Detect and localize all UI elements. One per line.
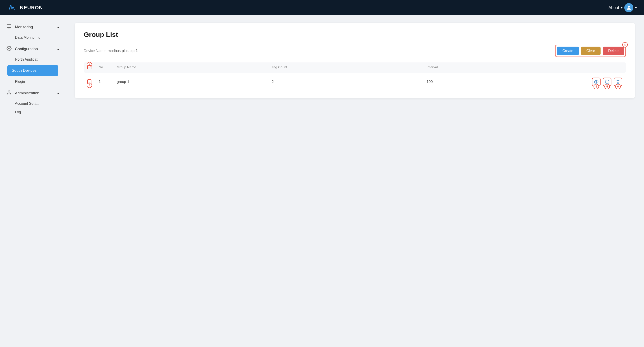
main-content: Group List Device Name modbus-plus-tcp-1… (66, 16, 644, 347)
svg-point-3 (8, 48, 10, 49)
page-title: Group List (84, 31, 626, 38)
annotation-badge-4: 4 (594, 84, 599, 89)
monitoring-caret-icon: ∧ (57, 25, 59, 29)
header-checkbox-cell: 2 (87, 65, 99, 70)
configuration-caret-icon: ∧ (57, 47, 59, 51)
row-1-interval: 100 (426, 80, 582, 84)
configuration-icon (6, 46, 12, 52)
row-1-no: 1 (99, 80, 117, 84)
sidebar-section-administration: Administration ∧ Account Setti... Log (0, 87, 66, 116)
sidebar-item-administration[interactable]: Administration ∧ (0, 87, 66, 99)
sidebar-item-south-devices[interactable]: South Devices (7, 65, 58, 76)
sidebar-item-south-devices-wrapper: South Devices (0, 64, 66, 77)
table-row: 3 1 group-1 2 100 4 (84, 74, 626, 90)
layout: Monitoring ∧ Data Monitoring Configurati… (0, 16, 644, 347)
device-name-label: Device Name (84, 49, 106, 53)
clear-button[interactable]: Clear (581, 46, 600, 55)
svg-point-5 (596, 82, 597, 82)
sidebar-item-log[interactable]: Log (0, 108, 66, 116)
sidebar-item-configuration[interactable]: Configuration ∧ (0, 43, 66, 55)
annotation-badge-5: 5 (604, 84, 610, 89)
create-button[interactable]: Create (557, 46, 578, 55)
about-label[interactable]: About (608, 6, 619, 10)
svg-point-4 (8, 91, 10, 92)
col-tag-count: Tag Count (272, 65, 427, 70)
configuration-label: Configuration (15, 47, 38, 51)
logo-text: NEURON (20, 5, 43, 11)
delete-button[interactable]: Delete (603, 46, 624, 55)
user-chevron-icon[interactable]: ▾ (635, 6, 637, 10)
row-1-info-button[interactable]: 5 (603, 78, 612, 86)
table-header: 2 No Group Name Tag Count Interval (84, 62, 626, 72)
action-buttons-group: 1 Create Clear Delete (555, 45, 626, 57)
row-checkbox-cell: 3 (87, 80, 99, 84)
monitoring-label: Monitoring (15, 25, 33, 30)
annotation-badge-6: 6 (615, 84, 621, 89)
annotation-badge-1: 1 (622, 42, 628, 48)
row-checkbox-wrapper: 3 (87, 80, 92, 84)
col-group-name: Group Name (117, 65, 272, 70)
device-name-value: modbus-plus-tcp-1 (108, 49, 138, 53)
administration-icon (6, 90, 12, 96)
about-chevron-icon[interactable]: ▾ (621, 6, 622, 10)
sidebar-section-configuration: Configuration ∧ North Applicat... South … (0, 43, 66, 86)
administration-label: Administration (15, 91, 39, 96)
neuron-logo-icon (7, 3, 17, 13)
row-1-view-button[interactable]: 4 (592, 78, 600, 86)
sidebar-item-monitoring[interactable]: Monitoring ∧ (0, 21, 66, 33)
logo: NEURON (7, 3, 43, 13)
administration-caret-icon: ∧ (57, 92, 59, 95)
device-name-row: Device Name modbus-plus-tcp-1 (84, 49, 138, 53)
row-1-delete-button[interactable]: 6 (614, 78, 622, 86)
sidebar-item-data-monitoring[interactable]: Data Monitoring (0, 33, 66, 42)
row-1-actions: 4 5 (582, 78, 622, 86)
col-interval: Interval (426, 65, 582, 70)
col-actions (582, 65, 622, 70)
col-no: No (99, 65, 117, 70)
sidebar-item-account-settings[interactable]: Account Setti... (0, 99, 66, 108)
row-1-group-name: group-1 (117, 80, 272, 84)
device-header: Device Name modbus-plus-tcp-1 1 Create C… (84, 45, 626, 57)
monitoring-icon (6, 24, 12, 30)
south-devices-label: South Devices (12, 68, 37, 73)
group-list-card: Group List Device Name modbus-plus-tcp-1… (75, 22, 635, 98)
row-1-tag-count: 2 (272, 80, 427, 84)
sidebar-item-plugin[interactable]: Plugin (0, 77, 66, 86)
sidebar: Monitoring ∧ Data Monitoring Configurati… (0, 16, 66, 347)
sidebar-item-north-applications[interactable]: North Applicat... (0, 55, 66, 64)
header-checkbox-wrapper: 2 (87, 65, 92, 70)
user-avatar[interactable] (624, 3, 633, 12)
header-checkbox[interactable] (87, 65, 92, 69)
sidebar-section-monitoring: Monitoring ∧ Data Monitoring (0, 21, 66, 42)
header: NEURON About ▾ ▾ (0, 0, 644, 16)
row-1-checkbox[interactable] (87, 80, 92, 84)
header-right: About ▾ ▾ (608, 3, 637, 12)
svg-rect-1 (7, 25, 11, 28)
